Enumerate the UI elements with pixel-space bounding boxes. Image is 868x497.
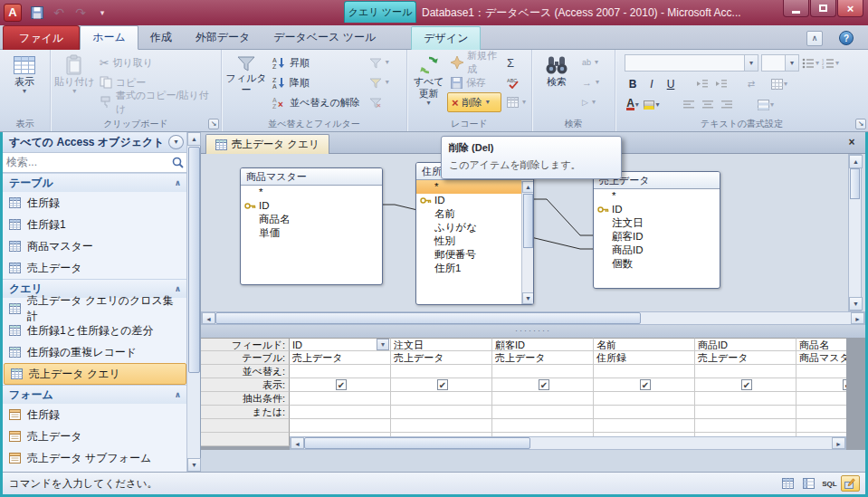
design-horizontal-scrollbar[interactable]: ◄ ► [201, 311, 865, 325]
more-records-button[interactable]: ▾ [503, 92, 529, 112]
grid-cell-table[interactable]: 売上データ [391, 351, 492, 365]
delete-button[interactable]: × 削除 ▾ [447, 92, 501, 112]
grid-cell-field[interactable]: 商品ID [695, 338, 796, 351]
nav-item-query[interactable]: 売上データ クエリのクロス集計 [3, 298, 187, 320]
field-row[interactable]: ID [594, 203, 720, 216]
align-center-button[interactable] [700, 96, 716, 113]
cut-button[interactable]: ✂ 切り取り [96, 53, 219, 72]
grid-cell-criteria[interactable] [594, 392, 695, 406]
grid-cell-or[interactable] [796, 406, 846, 419]
find-button[interactable]: 検索 [535, 53, 578, 114]
nav-item-form[interactable]: 売上データ [3, 425, 187, 447]
field-row[interactable]: 商品名 [241, 213, 382, 226]
sql-view-button[interactable]: SQL [820, 475, 839, 492]
font-size-combo[interactable]: ▾ [761, 54, 799, 72]
scroll-down-arrow[interactable]: ▼ [849, 297, 863, 311]
grid-cell-sort[interactable] [492, 365, 594, 378]
goto-button[interactable]: →▾ [578, 72, 603, 92]
undo-button[interactable]: ↶ [49, 3, 69, 23]
field-row[interactable]: 性別 [416, 234, 521, 248]
left-to-right-button[interactable]: ⇄ [743, 75, 759, 92]
grid-cell-sort[interactable] [796, 365, 846, 378]
selection-filter-button[interactable]: ▾ [366, 53, 393, 72]
qat-customize-button[interactable]: ▾ [92, 3, 112, 23]
show-checkbox-checked[interactable]: ✔ [640, 379, 651, 390]
grid-cell-criteria[interactable] [391, 392, 492, 406]
tab-file[interactable]: ファイル [3, 25, 80, 50]
field-row[interactable]: 単価 [241, 226, 382, 240]
close-document-button[interactable]: × [844, 136, 859, 150]
scroll-up-arrow[interactable]: ▲ [849, 155, 863, 168]
gridlines-button[interactable]: ▾ [771, 75, 787, 92]
bullets-button[interactable]: ▾ [802, 54, 819, 72]
tab-database-tools[interactable]: データベース ツール [262, 26, 387, 50]
grid-cell-table[interactable]: 売上データ [492, 351, 594, 365]
text-formatting-dialog-launcher[interactable]: ↘ [855, 119, 866, 129]
scroll-left-arrow[interactable]: ◄ [291, 437, 304, 449]
grid-cell-field[interactable]: ID ▾ [290, 338, 391, 351]
toggle-filter-button[interactable]: × [366, 92, 393, 112]
field-row[interactable]: 郵便番号 [416, 248, 521, 262]
scroll-thumb[interactable] [188, 147, 200, 373]
alternate-row-color-button[interactable]: ▾ [758, 96, 774, 113]
clear-sort-button[interactable]: AZ× 並べ替えの解除 [268, 92, 364, 112]
grid-cell-table[interactable]: 売上データ [695, 351, 796, 365]
datasheet-view-button[interactable] [778, 475, 797, 492]
minimize-ribbon-button[interactable]: ∧ [806, 31, 823, 46]
design-view-button[interactable] [841, 475, 860, 492]
field-row[interactable]: 個数 [594, 257, 720, 271]
field-row-selected[interactable]: * [416, 180, 521, 194]
nav-pane-title[interactable]: すべての Access オブジェクト ▾ [3, 132, 187, 153]
search-bar[interactable]: 検索... [3, 153, 187, 173]
close-button[interactable]: × [837, 0, 863, 17]
nav-section-forms[interactable]: フォーム∧ [3, 385, 187, 404]
nav-section-tables[interactable]: テーブル∧ [3, 173, 187, 192]
grid-cell-criteria[interactable] [492, 392, 594, 406]
scroll-left-arrow[interactable]: ◄ [202, 312, 215, 324]
totals-button[interactable]: Σ [503, 53, 529, 72]
grid-cell-criteria[interactable] [796, 392, 846, 406]
grid-horizontal-scrollbar[interactable]: ◄ ► [290, 436, 846, 450]
grid-cell-or[interactable] [695, 406, 796, 419]
field-list-jushoroku[interactable]: 住所録 * ID 名前 ふりがな 性別 郵便番号 住所1 ▲ ▼ [415, 162, 534, 305]
grid-cell-show[interactable]: ✔ [796, 378, 846, 392]
search-input[interactable]: 検索... [6, 155, 172, 170]
grid-cell-table[interactable]: 売上データ [290, 351, 391, 365]
save-button[interactable] [27, 3, 47, 23]
indent-increase-button[interactable] [713, 75, 730, 92]
replace-button[interactable]: ab▾ [578, 53, 603, 72]
field-list-shohin-master[interactable]: 商品マスター * ID 商品名 単価 [240, 167, 383, 285]
scroll-up-arrow[interactable]: ▲ [187, 132, 201, 146]
grid-cell-empty[interactable] [594, 419, 695, 433]
tab-create[interactable]: 作成 [138, 26, 184, 50]
grid-cell-show[interactable]: ✔ [391, 378, 492, 392]
nav-item-form[interactable]: 売上データ サブフォーム [3, 447, 187, 469]
field-row[interactable]: ID [416, 194, 521, 207]
show-checkbox-checked[interactable]: ✔ [539, 379, 549, 390]
nav-item-table[interactable]: 商品マスター [3, 235, 187, 257]
nav-item-table[interactable]: 住所録 [3, 192, 187, 214]
grid-cell-empty[interactable] [695, 419, 796, 433]
grid-cell-empty[interactable] [391, 419, 492, 433]
help-button[interactable]: ? [839, 31, 854, 45]
grid-cell-field[interactable]: 注文日 [391, 338, 492, 351]
italic-button[interactable]: I [644, 75, 660, 92]
grid-cell-sort[interactable] [594, 365, 695, 378]
grid-cell-show[interactable]: ✔ [290, 378, 391, 392]
grid-cell-sort[interactable] [290, 365, 391, 378]
field-row[interactable]: ID [241, 199, 382, 213]
scroll-down-arrow[interactable]: ▼ [187, 458, 201, 472]
refresh-all-button[interactable]: すべて 更新 ▾ [410, 53, 447, 114]
document-tab-active[interactable]: 売上データ クエリ [205, 134, 329, 154]
redo-button[interactable]: ↷ [71, 3, 91, 23]
advanced-filter-button[interactable]: ▾ [366, 72, 393, 92]
clipboard-dialog-launcher[interactable]: ↘ [208, 119, 219, 129]
scroll-right-arrow[interactable]: ► [851, 312, 864, 324]
numbering-button[interactable]: 123 ▾ [822, 54, 839, 72]
nav-item-table[interactable]: 売上データ [3, 257, 187, 279]
grid-cell-table[interactable]: 住所録 [594, 351, 695, 365]
nav-item-query[interactable]: 住所録の重複レコード [3, 341, 187, 363]
field-list-title[interactable]: 商品マスター [241, 168, 382, 186]
font-family-combo[interactable]: ▾ [625, 54, 758, 72]
pane-splitter[interactable]: ········ [201, 325, 865, 338]
